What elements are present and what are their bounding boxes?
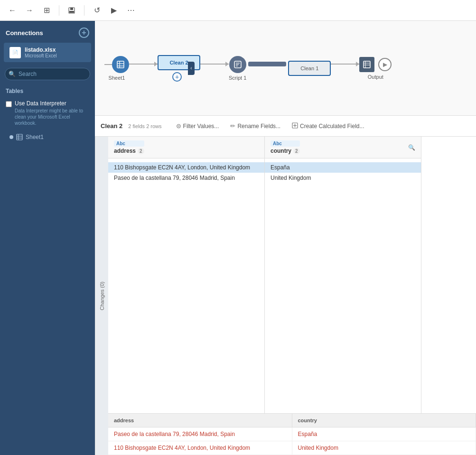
search-box: 🔍 <box>5 68 90 80</box>
table-row-1[interactable]: Paseo de la castellana 79, 28046 Madrid,… <box>108 427 476 441</box>
sidebar-header: Connections + <box>0 21 95 43</box>
divider-2 <box>84 5 84 16</box>
save-button[interactable] <box>65 4 78 17</box>
sheet-table-icon <box>16 134 23 140</box>
country-value-2[interactable]: United Kingdom <box>265 173 421 183</box>
script1-node-label: Script 1 <box>229 75 246 81</box>
changes-label: Changes (0) <box>99 281 105 310</box>
add-connection-button[interactable]: + <box>79 28 89 38</box>
more-options-button[interactable]: ⋯ <box>124 4 138 17</box>
svg-rect-2 <box>69 11 74 13</box>
table-header-address: address <box>108 414 292 427</box>
connections-title: Connections <box>6 29 43 37</box>
output-node-label: Output <box>368 74 383 80</box>
create-calculated-field-button[interactable]: Create Calculated Field... <box>287 120 369 132</box>
flow-node-sheet1[interactable]: Sheet1 <box>104 56 129 81</box>
flow-node-clean1[interactable]: Clean 1 <box>288 61 331 76</box>
use-interpreter-label: Use Data Interpreter <box>15 100 89 107</box>
country-field-count: 2 <box>293 148 300 154</box>
sheet1-item[interactable]: Sheet1 <box>6 131 89 143</box>
clean2-add-button[interactable]: + <box>172 72 182 82</box>
table-header-row: address country <box>108 414 476 427</box>
country-search-icon[interactable]: 🔍 <box>408 144 415 151</box>
window-button[interactable]: ⊞ <box>40 4 53 17</box>
bottom-table: address country Paseo de la castellana 7… <box>108 413 476 455</box>
flow-node-script1[interactable]: Script 1 <box>229 56 246 81</box>
sheet1-label: Sheet1 <box>26 134 44 140</box>
back-button[interactable]: ← <box>6 4 19 17</box>
country-type-badge: Abc <box>271 140 300 147</box>
table-cell-address-2: 110 Bishopsgate EC2N 4AY, London, United… <box>108 441 292 455</box>
table-header-country: country <box>292 414 476 427</box>
detail-body: Changes (0) Abc address 2 <box>95 137 476 455</box>
field-column-country: Abc country 2 🔍 España Uni <box>265 137 421 413</box>
svg-rect-3 <box>17 134 22 140</box>
clean1-node-label: Clean 1 <box>300 65 318 71</box>
search-input[interactable] <box>5 68 90 80</box>
field-column-address: Abc address 2 110 Bishopsgate EC2N 4AY, … <box>108 137 265 413</box>
table-row-2[interactable]: 110 Bishopsgate EC2N 4AY, London, United… <box>108 441 476 455</box>
refresh-button[interactable]: ↺ <box>90 4 103 17</box>
output-play-button[interactable]: ▶ <box>378 58 392 71</box>
use-interpreter-text: Use Data Interpreter Data Interpreter mi… <box>15 100 89 126</box>
use-interpreter: Use Data Interpreter Data Interpreter mi… <box>6 98 89 128</box>
content-area: Sheet1 Clean 2 + <box>95 21 476 455</box>
svg-rect-7 <box>117 61 124 68</box>
sheet-dot-icon <box>9 135 13 139</box>
connector-3 <box>246 62 288 66</box>
flow-node-output[interactable]: ▶ Output <box>359 57 392 80</box>
detail-title: Clean 2 <box>101 122 122 130</box>
main-toolbar: ← → ⊞ ↺ ▶ ⋯ <box>0 0 476 21</box>
connection-item[interactable]: 📄 listado.xlsx Microsoft Excel <box>4 43 91 62</box>
rename-fields-button[interactable]: ✏ Rename Fields... <box>225 120 285 132</box>
field-columns: Abc address 2 110 Bishopsgate EC2N 4AY, … <box>108 137 476 413</box>
flow-nodes: Sheet1 Clean 2 + <box>104 55 392 82</box>
connection-type: Microsoft Excel <box>25 53 57 58</box>
connection-text: listado.xlsx Microsoft Excel <box>25 46 57 58</box>
tables-section: Tables Use Data Interpreter Data Interpr… <box>0 84 95 145</box>
fields-area: Abc address 2 110 Bishopsgate EC2N 4AY, … <box>108 137 476 455</box>
run-button[interactable]: ▶ <box>107 4 121 17</box>
sheet1-node-icon <box>112 56 129 73</box>
address-field-count: 2 <box>138 148 144 154</box>
svg-rect-15 <box>364 61 370 68</box>
connector-4 <box>331 64 359 65</box>
clean2-node-label: Clean 2 <box>169 60 188 65</box>
use-interpreter-checkbox[interactable] <box>6 101 12 107</box>
table-cell-country-1: España <box>292 427 476 441</box>
search-icon: 🔍 <box>9 71 16 77</box>
detail-meta: 2 fields 2 rows <box>128 123 161 129</box>
rename-fields-label: Rename Fields... <box>237 123 280 130</box>
use-interpreter-desc: Data Interpreter might be able to clean … <box>15 108 89 126</box>
table-cell-country-2: United Kingdom <box>292 441 476 455</box>
filter-icon: ⊜ <box>176 122 181 130</box>
detail-toolbar: Clean 2 2 fields 2 rows ⊜ Filter Values.… <box>95 116 476 137</box>
chevron-left-icon: ‹ <box>190 65 192 71</box>
country-field-name: country 2 <box>271 148 300 154</box>
table-cell-address-1: Paseo de la castellana 79, 28046 Madrid,… <box>108 427 292 441</box>
rename-icon: ✏ <box>230 122 235 130</box>
connector-1 <box>129 64 158 65</box>
tables-label: Tables <box>6 88 89 94</box>
calculated-icon <box>292 122 298 130</box>
detail-panel: Clean 2 2 fields 2 rows ⊜ Filter Values.… <box>95 116 476 455</box>
clean1-node-box: Clean 1 <box>288 61 331 76</box>
flow-canvas: Sheet1 Clean 2 + <box>95 21 476 116</box>
address-value-1[interactable]: 110 Bishopsgate EC2N 4AY, London, United… <box>108 162 264 173</box>
sidebar-collapse-button[interactable]: ‹ <box>188 62 195 75</box>
country-value-1[interactable]: España <box>265 162 421 173</box>
svg-rect-1 <box>70 8 73 10</box>
address-type-badge: Abc <box>114 140 144 147</box>
connector-2 <box>200 64 229 65</box>
filter-values-button[interactable]: ⊜ Filter Values... <box>171 120 224 132</box>
forward-button[interactable]: → <box>23 4 36 17</box>
sheet1-node-label: Sheet1 <box>109 75 125 81</box>
address-value-2[interactable]: Paseo de la castellana 79, 28046 Madrid,… <box>108 173 264 183</box>
filter-values-label: Filter Values... <box>183 123 219 130</box>
changes-panel[interactable]: Changes (0) <box>95 137 108 455</box>
country-field-body: España United Kingdom <box>265 158 421 413</box>
create-calculated-field-label: Create Calculated Field... <box>300 123 364 130</box>
field-header-address: Abc address 2 <box>108 137 264 158</box>
script1-node-icon <box>229 56 246 73</box>
connection-file-icon: 📄 <box>9 47 21 58</box>
